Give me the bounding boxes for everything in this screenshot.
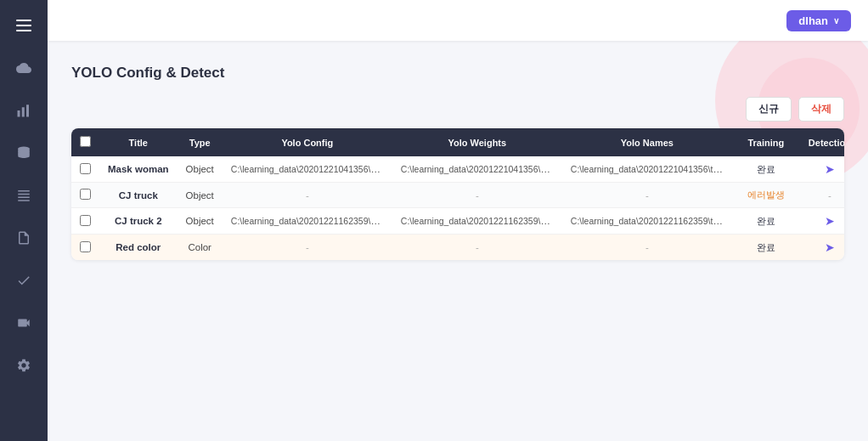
svg-rect-0 [16, 20, 31, 21]
row-detection[interactable]: ➤ [800, 235, 844, 261]
col-yolo-weights: Yolo Weights [392, 128, 562, 156]
col-type: Type [178, 128, 223, 156]
row-yolo-names: C:\learning_data\20201221162359\train.na… [562, 208, 732, 235]
table-row: CJ truck 2 Object C:\learning_data\20201… [71, 208, 844, 235]
row-yolo-weights: - [392, 183, 562, 208]
svg-rect-9 [18, 197, 30, 199]
svg-rect-2 [16, 30, 31, 31]
row-detection: - [800, 183, 844, 208]
page-title: YOLO Config & Detect [71, 65, 844, 82]
row-checkbox-cell[interactable] [71, 235, 99, 261]
svg-rect-10 [18, 200, 30, 201]
row-title: CJ truck [99, 183, 178, 208]
video-icon[interactable] [10, 309, 37, 336]
row-yolo-weights: - [392, 235, 562, 261]
row-checkbox[interactable] [80, 163, 91, 174]
row-training: 완료 [732, 156, 800, 183]
check-icon[interactable] [10, 267, 37, 294]
database-icon[interactable] [10, 139, 37, 167]
select-all-checkbox[interactable] [80, 136, 91, 147]
row-title: Mask woman [99, 156, 178, 183]
row-yolo-names: - [562, 235, 732, 261]
col-detection: Detection [800, 128, 844, 156]
row-yolo-config: C:\learning_data\20201221162359\yolov3.c… [223, 208, 392, 235]
detect-icon[interactable]: ➤ [825, 214, 835, 228]
chart-icon[interactable] [10, 97, 37, 124]
row-yolo-names: - [562, 183, 732, 208]
row-title: Red color [99, 235, 178, 261]
table-row: CJ truck Object - - - 에러발생 - [71, 183, 844, 208]
row-type: Object [178, 208, 223, 235]
menu-icon[interactable] [10, 12, 37, 39]
row-checkbox-cell[interactable] [71, 183, 99, 208]
row-yolo-names: C:\learning_data\20201221041356\train.na… [562, 156, 732, 183]
data-table: Title Type Yolo Config Yolo Weights Yolo… [71, 128, 844, 260]
detect-icon[interactable]: ➤ [825, 240, 835, 254]
chevron-down-icon: ∨ [833, 16, 839, 25]
col-checkbox [71, 128, 99, 156]
sidebar [0, 0, 48, 441]
user-name: dlhan [798, 14, 828, 27]
row-training: 에러발생 [732, 183, 800, 208]
col-title: Title [99, 128, 178, 156]
svg-rect-1 [16, 25, 31, 26]
row-training: 완료 [732, 235, 800, 261]
row-type: Color [178, 235, 223, 261]
table-header-row: Title Type Yolo Config Yolo Weights Yolo… [71, 128, 844, 156]
row-detection[interactable]: ➤ [800, 156, 844, 183]
row-yolo-config: C:\learning_data\20201221041356\yolo.cfg [223, 156, 392, 183]
svg-rect-8 [18, 194, 30, 195]
row-type: Object [178, 183, 223, 208]
col-training: Training [732, 128, 800, 156]
settings-icon[interactable] [10, 352, 37, 379]
row-type: Object [178, 156, 223, 183]
user-menu[interactable]: dlhan ∨ [786, 10, 851, 31]
detect-icon[interactable]: ➤ [825, 162, 835, 176]
content-area: YOLO Config & Detect 신규 삭제 Title Type Yo… [48, 41, 868, 441]
table-row: Red color Color - - - 완료 ➤ [71, 235, 844, 261]
row-yolo-config: - [223, 183, 392, 208]
new-button[interactable]: 신규 [746, 97, 792, 122]
row-checkbox[interactable] [80, 189, 91, 200]
svg-rect-7 [18, 190, 30, 192]
row-yolo-config: - [223, 235, 392, 261]
row-title: CJ truck 2 [99, 208, 178, 235]
table-row: Mask woman Object C:\learning_data\20201… [71, 156, 844, 183]
row-detection[interactable]: ➤ [800, 208, 844, 235]
data-table-wrap: Title Type Yolo Config Yolo Weights Yolo… [71, 128, 844, 260]
col-yolo-names: Yolo Names [562, 128, 732, 156]
row-checkbox-cell[interactable] [71, 208, 99, 235]
delete-button[interactable]: 삭제 [798, 97, 844, 122]
svg-rect-4 [22, 107, 25, 116]
col-yolo-config: Yolo Config [223, 128, 392, 156]
row-yolo-weights: C:\learning_data\20201221041356\yolo_fin… [392, 156, 562, 183]
row-checkbox[interactable] [80, 241, 91, 252]
row-checkbox[interactable] [80, 215, 91, 226]
svg-rect-5 [26, 105, 29, 116]
row-checkbox-cell[interactable] [71, 156, 99, 183]
svg-rect-3 [18, 110, 20, 117]
toolbar: 신규 삭제 [71, 97, 844, 122]
row-yolo-weights: C:\learning_data\20201221162359\yolov3_f… [392, 208, 562, 235]
topbar: dlhan ∨ [48, 0, 868, 41]
cloud-icon[interactable] [10, 54, 37, 82]
file-icon[interactable] [10, 224, 37, 252]
list-icon[interactable] [10, 182, 37, 209]
row-training: 완료 [732, 208, 800, 235]
main-content: dlhan ∨ YOLO Config & Detect 신규 삭제 Title… [48, 0, 868, 441]
